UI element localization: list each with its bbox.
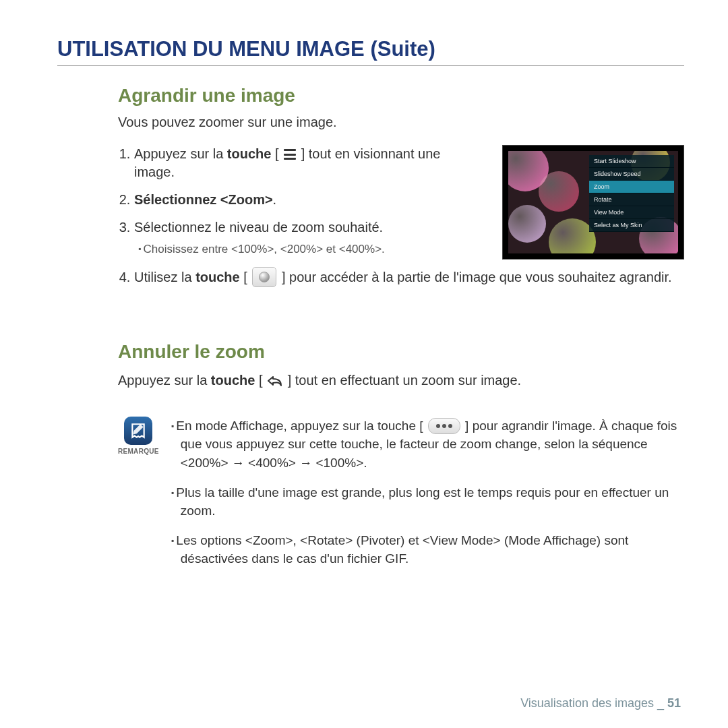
step-3-sub: Choisissez entre <100%>, <200%> et <400%… [138, 242, 483, 257]
footer-section: Visualisation des images [520, 696, 654, 710]
note-icon [124, 417, 152, 445]
device-menu-item: Rotate [589, 193, 674, 206]
back-icon [266, 373, 284, 387]
steps-list-cont: Utilisez la touche [ ] pour accéder à la… [118, 267, 684, 287]
menu-icon [282, 148, 297, 160]
device-screenshot: Start Slideshow Slideshow Speed Zoom Rot… [502, 145, 684, 260]
device-menu-item: Slideshow Speed [589, 168, 674, 181]
page-footer: Visualisation des images _ 51 [520, 696, 681, 710]
note-2: Plus la taille d'une image est grande, p… [171, 483, 684, 520]
step-4: Utilisez la touche [ ] pour accéder à la… [134, 267, 684, 287]
device-menu: Start Slideshow Slideshow Speed Zoom Rot… [589, 155, 674, 232]
remark-label: REMARQUE [118, 448, 159, 455]
notes-list: En mode Affichage, appuyez sur la touche… [171, 417, 684, 579]
device-menu-item: View Mode [589, 206, 674, 219]
nav-button-icon [252, 267, 276, 287]
device-menu-item: Select as My Skin [589, 219, 674, 232]
three-dot-button-icon [428, 418, 460, 434]
step-2: Sélectionnez <Zoom>. [134, 191, 483, 209]
page-title: UTILISATION DU MENU IMAGE (Suite) [57, 37, 684, 66]
note-3: Les options <Zoom>, <Rotate> (Pivoter) e… [171, 531, 684, 568]
cancel-zoom-text: Appuyez sur la touche [ ] tout en effect… [118, 371, 684, 390]
device-menu-item-selected: Zoom [589, 181, 674, 193]
steps-list: Appuyez sur la touche [ ] tout en vision… [118, 145, 483, 257]
step-1: Appuyez sur la touche [ ] tout en vision… [134, 145, 483, 181]
section-enlarge-title: Agrandir une image [118, 85, 684, 107]
note-1: En mode Affichage, appuyez sur la touche… [171, 417, 684, 473]
section-cancel-title: Annuler le zoom [118, 341, 684, 363]
step-3: Sélectionnez le niveau de zoom souhaité.… [134, 218, 483, 257]
remark-badge: REMARQUE [118, 417, 159, 455]
page-number: 51 [667, 696, 681, 710]
section-enlarge-intro: Vous pouvez zoomer sur une image. [118, 115, 684, 130]
device-menu-item: Start Slideshow [589, 155, 674, 168]
